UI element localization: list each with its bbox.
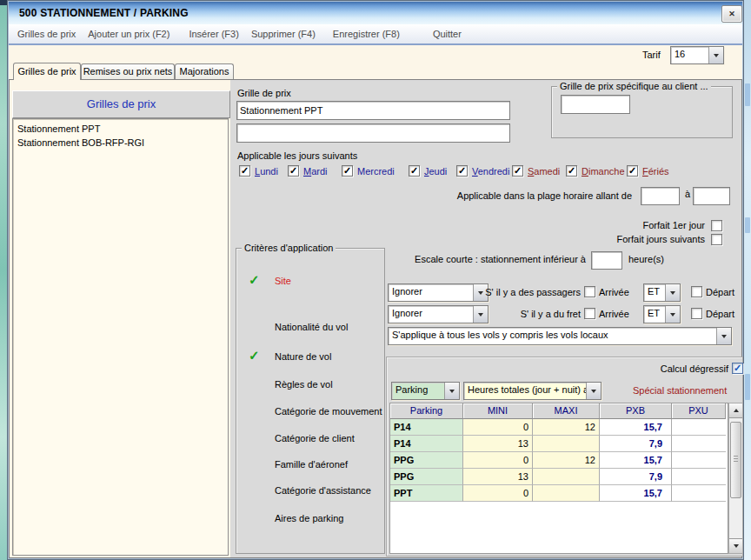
cell-pxu[interactable] (672, 452, 726, 469)
passagers-depart-checkbox[interactable] (691, 286, 702, 297)
cell-mini[interactable]: 0 (463, 419, 533, 436)
cell-parking[interactable]: PPT (390, 485, 463, 502)
cell-pxu[interactable] (672, 419, 726, 436)
cell-mini[interactable]: 0 (463, 485, 533, 502)
day-mardi-checkbox[interactable]: ✓ (288, 165, 299, 177)
day-lundi-checkbox[interactable]: ✓ (239, 165, 250, 177)
day-feries-checkbox[interactable]: ✓ (627, 165, 638, 177)
passagers-arrivee-checkbox[interactable] (584, 286, 595, 297)
cell-maxi[interactable] (533, 469, 600, 485)
col-header-pxb[interactable]: PXB (600, 403, 672, 419)
escale-input[interactable] (591, 251, 622, 270)
chevron-down-icon[interactable] (708, 47, 723, 63)
table-scrollbar[interactable] (728, 403, 743, 554)
cell-maxi[interactable] (533, 436, 600, 452)
cell-pxb[interactable]: 7,9 (600, 469, 672, 485)
check-icon: ✓ (734, 363, 741, 373)
cell-maxi[interactable]: 12 (533, 419, 600, 436)
vols-scope-select[interactable]: S'applique à tous les vols y compris les… (388, 327, 732, 345)
menu-grilles-de-prix[interactable]: Grilles de prix (17, 29, 76, 39)
menu-quitter[interactable]: Quitter (433, 29, 462, 39)
criteria-categorie-de-mouvement[interactable]: Catégorie de mouvement (275, 406, 382, 417)
forfait-1er-jour-checkbox[interactable] (711, 220, 722, 231)
day-mercredi-checkbox[interactable]: ✓ (342, 165, 353, 177)
menu-supprimer[interactable]: Supprimer (F4) (251, 29, 316, 39)
criteria-nationalite-du-vol[interactable]: Nationalité du vol (275, 322, 348, 332)
scroll-up-button[interactable] (729, 403, 742, 418)
cell-pxu[interactable] (672, 469, 726, 485)
check-icon: ✓ (249, 349, 260, 362)
day-samedi-checkbox[interactable]: ✓ (512, 165, 523, 177)
grille-de-prix-label: Grille de prix (237, 88, 291, 98)
chevron-down-icon[interactable] (665, 306, 680, 323)
menu-ajouter-un-prix[interactable]: Ajouter un prix (F2) (88, 29, 169, 39)
cell-mini[interactable]: 0 (463, 452, 533, 469)
day-dimanche: ✓ Dimanche (566, 165, 625, 177)
background-artifact (745, 83, 750, 106)
chevron-down-icon[interactable] (586, 383, 601, 399)
price-grid-list[interactable]: Stationnement PPT Stationnement BOB-RFP-… (12, 118, 229, 556)
list-item-stationnement-bob[interactable]: Stationnement BOB-RFP-RGI (13, 136, 228, 150)
cell-maxi[interactable]: 12 (533, 452, 600, 469)
cell-parking[interactable]: P14 (390, 419, 463, 436)
cell-pxb[interactable]: 15,7 (600, 452, 672, 469)
cell-pxu[interactable] (672, 485, 726, 502)
passagers-mode-select[interactable]: Ignorer (388, 283, 488, 302)
cell-pxb[interactable]: 7,9 (600, 436, 672, 452)
menu-inserer[interactable]: Insérer (F3) (189, 29, 238, 39)
cell-pxb[interactable]: 15,7 (600, 419, 672, 436)
cell-pxb[interactable]: 15,7 (600, 485, 672, 502)
check-icon: ✓ (241, 166, 249, 176)
col-header-maxi[interactable]: MAXI (533, 403, 600, 419)
hours-mode-select[interactable]: Heures totales (jour + nuit) au (463, 382, 601, 400)
col-header-parking[interactable]: Parking (390, 403, 463, 419)
plage-from-input[interactable] (641, 187, 680, 205)
cell-pxu[interactable] (672, 436, 726, 452)
cell-mini[interactable]: 13 (463, 469, 533, 485)
cell-parking[interactable]: PPG (390, 452, 463, 469)
tarif-select[interactable]: 16 (670, 46, 724, 64)
cell-parking[interactable]: PPG (390, 469, 463, 485)
cell-parking[interactable]: P14 (390, 436, 463, 452)
cell-maxi[interactable] (533, 485, 600, 502)
parking-mode-select[interactable]: Parking (391, 382, 460, 400)
fret-operator-select[interactable]: ET (643, 305, 681, 323)
forfait-jours-suivants-checkbox[interactable] (711, 234, 722, 245)
criteria-nature-de-vol[interactable]: Nature de vol (275, 351, 331, 362)
tab-grilles-de-prix[interactable]: Grilles de prix (13, 63, 81, 80)
calcul-degressif-checkbox[interactable]: ✓ (732, 363, 743, 374)
client-code-input[interactable] (561, 95, 630, 114)
day-dimanche-checkbox[interactable]: ✓ (566, 165, 577, 177)
chevron-down-icon[interactable] (665, 284, 680, 301)
criteria-site[interactable]: Site (275, 276, 291, 286)
col-header-pxu[interactable]: PXU (672, 403, 726, 419)
title-bar[interactable]: 500 STATIONNEMENT / PARKING ✕ (9, 2, 742, 24)
day-vendredi-checkbox[interactable]: ✓ (456, 165, 468, 177)
day-mardi-label: Mardi (303, 166, 328, 177)
criteria-famille-aeronef[interactable]: Famille d'aéronef (275, 459, 348, 470)
tab-remises-ou-prix-nets[interactable]: Remises ou prix nets (81, 63, 175, 79)
plage-to-input[interactable] (693, 187, 730, 205)
menu-enregistrer[interactable]: Enregistrer (F8) (333, 29, 400, 39)
criteria-aires-de-parking[interactable]: Aires de parking (275, 513, 344, 523)
passagers-operator-select[interactable]: ET (643, 283, 681, 302)
grille-name2-input[interactable] (236, 123, 510, 143)
scrollbar-thumb[interactable] (730, 422, 741, 498)
col-header-mini[interactable]: MINI (463, 403, 533, 419)
price-table-header: Parking MINI MAXI PXB PXU (390, 403, 728, 419)
grille-name-input[interactable] (236, 101, 510, 120)
chevron-down-icon[interactable] (444, 383, 459, 399)
scroll-down-button[interactable] (729, 538, 742, 553)
close-button[interactable]: ✕ (721, 5, 742, 23)
fret-depart-checkbox[interactable] (691, 308, 702, 319)
fret-arrivee-checkbox[interactable] (584, 308, 595, 319)
cell-mini[interactable]: 13 (463, 436, 533, 452)
fret-mode-select[interactable]: Ignorer (388, 305, 488, 323)
list-item-stationnement-ppt[interactable]: Stationnement PPT (13, 122, 228, 136)
day-jeudi-checkbox[interactable]: ✓ (409, 165, 420, 177)
criteria-regles-de-vol[interactable]: Règles de vol (275, 379, 333, 390)
chevron-down-icon[interactable] (716, 328, 731, 344)
tab-majorations[interactable]: Majorations (175, 63, 234, 79)
criteria-categorie-assistance[interactable]: Catégorie d'assistance (275, 485, 371, 496)
criteria-categorie-de-client[interactable]: Catégorie de client (275, 433, 355, 443)
